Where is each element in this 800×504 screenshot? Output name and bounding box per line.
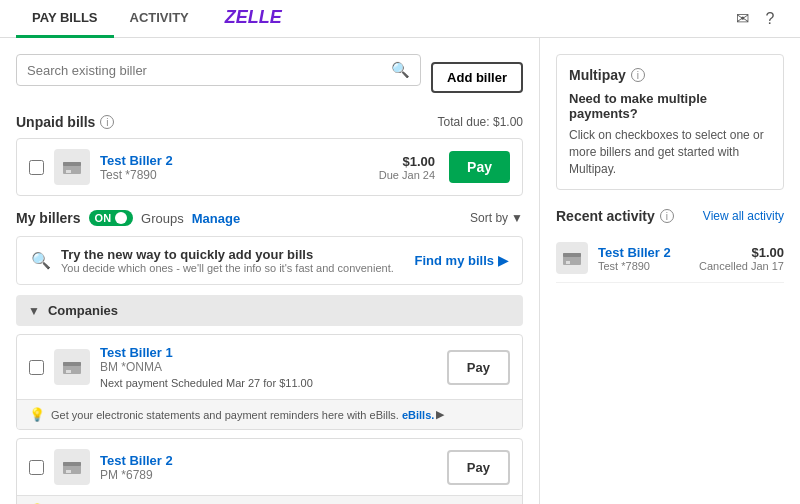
add-biller-button[interactable]: Add biller bbox=[431, 62, 523, 93]
zelle-logo: Zelle bbox=[225, 7, 282, 28]
unpaid-bills-title: Unpaid bills bbox=[16, 114, 95, 130]
manage-link[interactable]: Manage bbox=[192, 211, 240, 226]
biller-2-sub: PM *6789 bbox=[100, 468, 447, 482]
search-container: 🔍 bbox=[16, 54, 421, 86]
main-layout: 🔍 Add biller Unpaid bills i Total due: $… bbox=[0, 38, 800, 504]
multipay-sub: Click on checkboxes to select one or mor… bbox=[569, 127, 771, 177]
svg-rect-8 bbox=[66, 470, 71, 473]
find-bills-sub: You decide which ones - we'll get the in… bbox=[61, 262, 415, 274]
biller-1-ebills-link[interactable]: eBills. bbox=[399, 409, 434, 421]
svg-rect-4 bbox=[63, 362, 81, 366]
top-nav: PAY BILLS ACTIVITY Zelle ✉ ? bbox=[0, 0, 800, 38]
sort-by[interactable]: Sort by ▼ bbox=[470, 211, 523, 225]
activity-1-info: Test Biller 2 Test *7890 bbox=[598, 245, 699, 272]
tab-zelle[interactable]: Zelle bbox=[205, 0, 298, 38]
multipay-card: Multipay i Need to make multiple payment… bbox=[556, 54, 784, 190]
tab-pay-bills[interactable]: PAY BILLS bbox=[16, 0, 114, 38]
mail-icon[interactable]: ✉ bbox=[728, 5, 756, 33]
multipay-header: Multipay i bbox=[569, 67, 771, 83]
activity-1-name[interactable]: Test Biller 2 bbox=[598, 245, 699, 260]
bill-name[interactable]: Test Biller 2 bbox=[100, 153, 379, 168]
find-bills-text: Try the new way to quickly add your bill… bbox=[61, 247, 415, 274]
activity-biller-icon bbox=[556, 242, 588, 274]
view-all-activity-link[interactable]: View all activity bbox=[703, 209, 784, 223]
biller-item-1: Test Biller 1 BM *ONMA Next payment Sche… bbox=[16, 334, 523, 430]
find-bills-title: Try the new way to quickly add your bill… bbox=[61, 247, 415, 262]
biller-2-ebills-banner: 💡 Get your electronic statements and pay… bbox=[17, 495, 522, 504]
biller-1-schedule: Next payment Scheduled Mar 27 for $11.00 bbox=[100, 377, 447, 389]
companies-chevron-icon: ▼ bbox=[28, 304, 40, 318]
search-input[interactable] bbox=[27, 63, 391, 78]
companies-section-header[interactable]: ▼ Companies bbox=[16, 295, 523, 326]
biller-2-name[interactable]: Test Biller 2 bbox=[100, 453, 447, 468]
biller-1-name[interactable]: Test Biller 1 bbox=[100, 345, 447, 360]
sort-chevron-icon: ▼ bbox=[511, 211, 523, 225]
activity-1-status: Cancelled Jan 17 bbox=[699, 260, 784, 272]
unpaid-bills-header: Unpaid bills i Total due: $1.00 bbox=[16, 114, 523, 130]
svg-rect-1 bbox=[63, 162, 81, 166]
activity-item-1: Test Biller 2 Test *7890 $1.00 Cancelled… bbox=[556, 234, 784, 283]
biller-icon bbox=[54, 149, 90, 185]
bill-sub: Test *7890 bbox=[100, 168, 379, 182]
svg-rect-5 bbox=[66, 370, 71, 373]
pay-button-unpaid[interactable]: Pay bbox=[449, 151, 510, 183]
my-billers-toggle[interactable]: ON bbox=[89, 210, 134, 226]
biller-2-checkbox[interactable] bbox=[29, 460, 44, 475]
bill-info: Test Biller 2 Test *7890 bbox=[100, 153, 379, 182]
biller-1-ebills-banner: 💡 Get your electronic statements and pay… bbox=[17, 399, 522, 429]
biller-1-ebills-text: Get your electronic statements and payme… bbox=[51, 409, 399, 421]
biller-item-2: Test Biller 2 PM *6789 Pay 💡 Get your el… bbox=[16, 438, 523, 504]
svg-rect-7 bbox=[63, 462, 81, 466]
left-panel: 🔍 Add biller Unpaid bills i Total due: $… bbox=[0, 38, 540, 504]
right-panel: Multipay i Need to make multiple payment… bbox=[540, 38, 800, 504]
biller-1-checkbox[interactable] bbox=[29, 360, 44, 375]
biller-2-icon bbox=[54, 449, 90, 485]
biller-item-2-main: Test Biller 2 PM *6789 Pay bbox=[17, 439, 522, 495]
multipay-description: Need to make multiple payments? bbox=[569, 91, 771, 121]
groups-link: Groups bbox=[141, 211, 184, 226]
unpaid-bills-info-icon[interactable]: i bbox=[100, 115, 114, 129]
bill-amount: $1.00 Due Jan 24 bbox=[379, 154, 435, 181]
biller-1-info: Test Biller 1 BM *ONMA Next payment Sche… bbox=[100, 345, 447, 389]
biller-1-icon bbox=[54, 349, 90, 385]
activity-1-amount: $1.00 Cancelled Jan 17 bbox=[699, 245, 784, 272]
toggle-circle bbox=[115, 212, 127, 224]
activity-1-sub: Test *7890 bbox=[598, 260, 699, 272]
bill-due: Due Jan 24 bbox=[379, 169, 435, 181]
svg-rect-2 bbox=[66, 170, 71, 173]
search-icon: 🔍 bbox=[391, 61, 410, 79]
recent-activity-info-icon[interactable]: i bbox=[660, 209, 674, 223]
biller-2-info: Test Biller 2 PM *6789 bbox=[100, 453, 447, 482]
unpaid-bill-card: Test Biller 2 Test *7890 $1.00 Due Jan 2… bbox=[16, 138, 523, 196]
biller-1-pay-button[interactable]: Pay bbox=[447, 350, 510, 385]
my-billers-row: My billers ON Groups Manage Sort by ▼ bbox=[16, 210, 523, 226]
unpaid-bills-total: Total due: $1.00 bbox=[438, 115, 523, 129]
biller-item-1-main: Test Biller 1 BM *ONMA Next payment Sche… bbox=[17, 335, 522, 399]
activity-1-amount-value: $1.00 bbox=[699, 245, 784, 260]
bill-checkbox[interactable] bbox=[29, 160, 44, 175]
my-billers-label: My billers bbox=[16, 210, 81, 226]
recent-activity-header: Recent activity i View all activity bbox=[556, 208, 784, 224]
svg-rect-11 bbox=[566, 261, 570, 264]
find-bills-search-icon: 🔍 bbox=[31, 251, 51, 270]
ebills-1-bulb-icon: 💡 bbox=[29, 407, 45, 422]
bill-amount-value: $1.00 bbox=[379, 154, 435, 169]
companies-label: Companies bbox=[48, 303, 118, 318]
help-icon[interactable]: ? bbox=[756, 5, 784, 33]
tab-activity[interactable]: ACTIVITY bbox=[114, 0, 205, 38]
find-bills-chevron-icon: ▶ bbox=[498, 253, 508, 268]
biller-2-pay-button[interactable]: Pay bbox=[447, 450, 510, 485]
find-bills-action[interactable]: Find my bills ▶ bbox=[415, 253, 508, 268]
biller-1-sub: BM *ONMA bbox=[100, 360, 447, 374]
ebills-1-chevron-icon: ▶ bbox=[436, 408, 444, 421]
find-bills-banner: 🔍 Try the new way to quickly add your bi… bbox=[16, 236, 523, 285]
svg-rect-10 bbox=[563, 253, 581, 257]
multipay-info-icon[interactable]: i bbox=[631, 68, 645, 82]
multipay-title: Multipay bbox=[569, 67, 626, 83]
recent-activity-title: Recent activity bbox=[556, 208, 655, 224]
